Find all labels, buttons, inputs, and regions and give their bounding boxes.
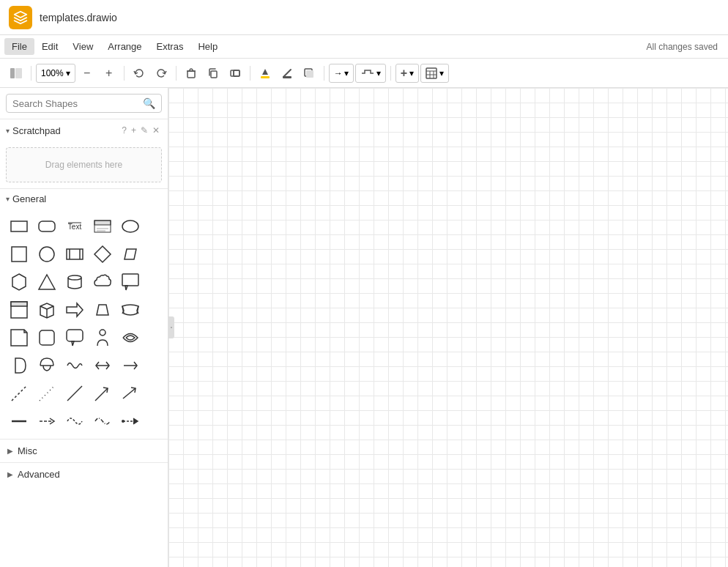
menu-arrange[interactable]: Arrange	[100, 38, 149, 55]
shape-arc[interactable]	[117, 325, 144, 351]
scratchpad-help-button[interactable]: ?	[119, 124, 129, 137]
general-section: ▾ General Text	[0, 189, 168, 439]
canvas-resizer[interactable]	[168, 316, 174, 338]
shape-arrow-right[interactable]	[62, 297, 88, 323]
shape-frame[interactable]	[6, 297, 32, 323]
shape-dashed-diagonal[interactable]	[6, 380, 32, 407]
svg-point-35	[68, 275, 81, 280]
shape-angled-arrow[interactable]	[117, 380, 144, 407]
misc-section: ▶ Misc	[0, 439, 168, 462]
svg-rect-49	[40, 330, 54, 345]
delete-button[interactable]	[181, 63, 201, 84]
shape-arrow-diagonal[interactable]	[89, 380, 116, 407]
shape-parallelogram[interactable]	[117, 241, 144, 267]
shape-cylinder[interactable]	[62, 269, 88, 295]
shape-trapezoid[interactable]	[89, 297, 116, 323]
copy-button[interactable]	[203, 63, 223, 84]
shape-note[interactable]	[6, 325, 32, 351]
shape-connector-4[interactable]	[117, 408, 144, 434]
svg-rect-1	[15, 68, 22, 78]
svg-point-27	[40, 247, 54, 262]
duplicate-button[interactable]	[225, 63, 245, 84]
search-input[interactable]	[12, 98, 140, 109]
svg-rect-50	[67, 330, 83, 341]
search-input-wrap[interactable]: 🔍	[6, 94, 162, 113]
svg-line-57	[40, 386, 54, 401]
misc-section-header[interactable]: ▶ Misc	[0, 440, 168, 462]
shape-ribbon[interactable]	[117, 297, 144, 323]
shape-callout-rect[interactable]	[117, 269, 144, 295]
advanced-section-header[interactable]: ▶ Advanced	[0, 463, 168, 486]
shape-cube[interactable]	[34, 297, 60, 323]
drag-drop-area: Drag elements here	[6, 147, 162, 182]
scratchpad-close-button[interactable]: ✕	[150, 124, 162, 137]
shape-square[interactable]	[6, 241, 32, 267]
shape-hexagon[interactable]	[6, 269, 32, 295]
svg-rect-21	[94, 220, 111, 225]
shape-person[interactable]	[89, 325, 116, 351]
toolbar: 100% ▾ − + → ▾ ▾	[0, 59, 728, 88]
svg-line-60	[123, 388, 135, 399]
advanced-section: ▶ Advanced	[0, 462, 168, 486]
shape-text[interactable]: Text	[62, 213, 88, 240]
general-section-header[interactable]: ▾ General	[0, 189, 168, 209]
svg-rect-4	[211, 71, 217, 78]
shape-rounded-rectangle[interactable]	[34, 213, 60, 240]
svg-marker-51	[72, 341, 74, 346]
svg-rect-2	[187, 71, 195, 78]
connection-style-combo[interactable]: → ▾	[329, 64, 354, 83]
scratchpad-edit-button[interactable]: ✎	[138, 124, 150, 137]
canvas[interactable]	[168, 88, 728, 567]
shape-line-connector[interactable]	[6, 408, 32, 434]
shape-cloud[interactable]	[89, 269, 116, 295]
insert-combo[interactable]: + ▾	[395, 64, 419, 83]
search-box: 🔍	[0, 88, 168, 119]
shape-heading[interactable]	[89, 213, 116, 240]
line-color-button[interactable]	[277, 63, 297, 84]
shape-rectangle[interactable]	[6, 213, 32, 240]
title-bar: templates.drawio	[0, 0, 728, 35]
view-toggle-button[interactable]	[6, 63, 26, 84]
shape-diamond[interactable]	[89, 241, 116, 267]
shape-line-diagonal[interactable]	[62, 380, 88, 407]
zoom-out-button[interactable]: −	[77, 63, 97, 84]
shape-single-arrow[interactable]	[117, 352, 144, 379]
waypoint-combo[interactable]: ▾	[355, 64, 386, 83]
fill-color-button[interactable]	[255, 63, 275, 84]
general-chevron-icon: ▾	[6, 195, 10, 203]
zoom-combo[interactable]: 100% ▾	[36, 64, 75, 83]
shape-process[interactable]	[62, 241, 88, 267]
shape-ellipse[interactable]	[117, 213, 144, 240]
shape-connector-3[interactable]	[89, 408, 116, 434]
shape-half-circle[interactable]	[34, 352, 60, 379]
menu-help[interactable]: Help	[190, 38, 225, 55]
zoom-level: 100%	[41, 68, 64, 78]
shape-rounded-square[interactable]	[34, 325, 60, 351]
svg-line-56	[12, 386, 26, 401]
shape-squiggle[interactable]	[62, 352, 88, 379]
shape-triangle[interactable]	[34, 269, 60, 295]
undo-button[interactable]	[129, 63, 149, 84]
shadow-button[interactable]	[299, 63, 319, 84]
svg-marker-47	[97, 305, 108, 315]
shape-connector-2[interactable]	[62, 408, 88, 434]
menu-extras[interactable]: Extras	[149, 38, 191, 55]
shape-dashed-arrow-connector[interactable]	[34, 408, 60, 434]
scratchpad-header: ▾ Scratchpad ? + ✎ ✕	[0, 119, 168, 141]
shape-callout-rounded[interactable]	[62, 325, 88, 351]
table-combo[interactable]: ▾	[420, 64, 449, 83]
shape-d-shape[interactable]	[6, 352, 32, 379]
shapes-grid: Text	[0, 209, 168, 439]
misc-triangle-icon: ▶	[7, 447, 13, 455]
shape-dotted-diagonal[interactable]	[34, 380, 60, 407]
redo-button[interactable]	[151, 63, 171, 84]
menu-edit[interactable]: Edit	[34, 38, 65, 55]
zoom-in-button[interactable]: +	[99, 63, 119, 84]
menu-view[interactable]: View	[65, 38, 100, 55]
shape-bidirectional-arrow[interactable]	[89, 352, 116, 379]
svg-rect-18	[39, 221, 55, 231]
menu-file[interactable]: File	[4, 38, 34, 55]
table-chevron-icon: ▾	[439, 68, 444, 78]
scratchpad-add-button[interactable]: +	[129, 124, 138, 137]
shape-circle[interactable]	[34, 241, 60, 267]
